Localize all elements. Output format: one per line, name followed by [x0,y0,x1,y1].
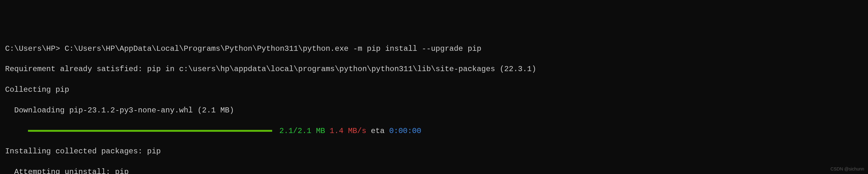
progress-size: 2.1/2.1 MB [279,127,325,135]
command-text: C:\Users\HP\AppData\Local\Programs\Pytho… [65,44,482,53]
prompt: C:\Users\HP> [5,44,65,53]
output-downloading: Downloading pip-23.1.2-py3-none-any.whl … [5,105,863,115]
output-attempting-uninstall: Attempting uninstall: pip [5,167,863,174]
output-requirement-satisfied: Requirement already satisfied: pip in c:… [5,64,863,74]
command-line: C:\Users\HP> C:\Users\HP\AppData\Local\P… [5,44,863,54]
progress-eta-label: eta [371,127,384,135]
output-collecting: Collecting pip [5,85,863,95]
watermark: CSDN @sichunn [831,166,864,172]
progress-line: 2.1/2.1 MB 1.4 MB/s eta 0:00:00 [5,126,863,136]
output-installing: Installing collected packages: pip [5,146,863,156]
progress-speed: 1.4 MB/s [330,127,366,135]
progress-bar [28,130,272,132]
progress-eta-time: 0:00:00 [389,127,421,135]
